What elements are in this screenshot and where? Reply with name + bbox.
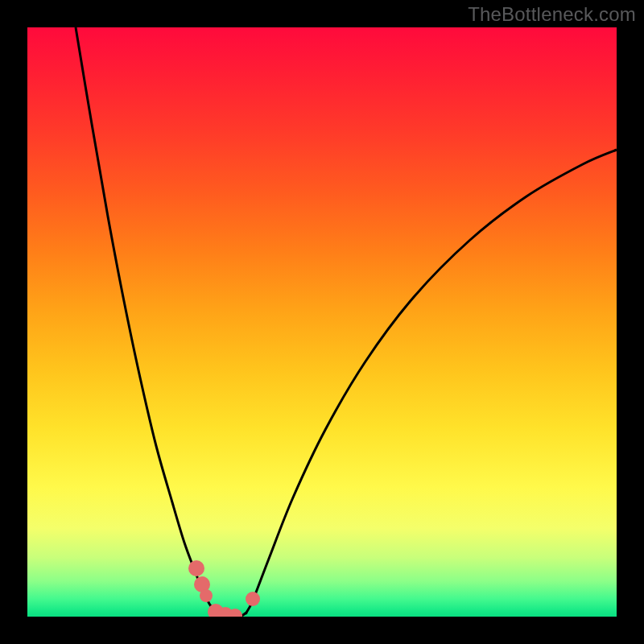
data-marker bbox=[188, 560, 204, 576]
chart-canvas: TheBottleneck.com bbox=[0, 0, 644, 644]
bottleneck-curve bbox=[76, 27, 617, 617]
watermark-text: TheBottleneck.com bbox=[468, 3, 636, 26]
data-marker bbox=[246, 592, 260, 606]
curve-layer bbox=[27, 27, 617, 617]
plot-area bbox=[27, 27, 617, 617]
data-marker bbox=[200, 589, 213, 602]
